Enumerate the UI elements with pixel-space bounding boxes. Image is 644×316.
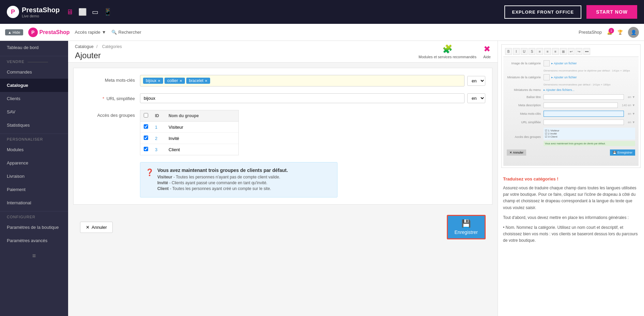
section-label: PERSONNALISER — [7, 137, 43, 141]
preview-meta-desc-field — [544, 102, 618, 108]
save-button[interactable]: 💾 Enregistrer — [447, 215, 486, 239]
preview-lang-badge3: en ▼ — [628, 112, 635, 115]
sidebar-item-label: Statistiques — [7, 123, 30, 128]
sidebar-item-livraison[interactable]: Livraison — [0, 170, 68, 183]
toolbar-btn[interactable]: ••• — [583, 48, 590, 55]
preview-save-btn[interactable]: 💾 Enregistrer — [610, 149, 635, 156]
groups-label: Accès des groupes — [80, 110, 135, 118]
sidebar-item-label: Clients — [7, 96, 20, 101]
tags-input[interactable]: bijoux ✕ collier ✕ bracelet ✕ — [140, 75, 465, 86]
cancel-button[interactable]: ✕ Annuler — [80, 222, 113, 233]
tag-text: bijoux — [146, 78, 156, 83]
table-row: 2 Invité — [140, 133, 238, 144]
preview-cancel-btn[interactable]: ✕ Annuler — [507, 149, 526, 156]
table-row: 3 Client — [140, 144, 238, 155]
row-id: 1 — [152, 122, 165, 133]
sidebar-menu-icon[interactable]: ≡ — [0, 247, 68, 265]
sidebar-item-statistiques[interactable]: Statistiques — [0, 118, 68, 132]
toolbar-btn[interactable]: S — [529, 48, 535, 55]
row-checkbox[interactable] — [144, 124, 148, 129]
info-content: Vous avez maintenant trois groupes de cl… — [157, 168, 288, 192]
banner-right: EXPLORE FRONT OFFICE START NOW — [504, 5, 637, 19]
info-detail-visiteur: Visiteur - Toutes les personnes n'ayant … — [157, 175, 288, 179]
preview-add-files-link[interactable]: ▸ Ajouter des fichiers... — [544, 88, 575, 92]
preview-row-meta-desc: Meta description 140 en ▼ — [507, 102, 635, 108]
tag-close-icon[interactable]: ✕ — [179, 79, 182, 83]
group-name-header: Nom du groupe — [165, 110, 238, 122]
toolbar-btn[interactable]: ↪ — [576, 48, 582, 55]
quick-access-dropdown-icon: ▼ — [102, 30, 106, 35]
preview-row-url: URL simplifiée en ▼ — [507, 120, 635, 125]
toolbar-btn[interactable]: U — [521, 48, 528, 55]
url-input[interactable] — [140, 93, 465, 103]
preview-group-1: ☑ 1 Visiteur — [545, 129, 634, 132]
row-checkbox[interactable] — [144, 136, 148, 140]
sidebar-item-label: Commandes — [7, 69, 32, 75]
preview-groups-area: ☑ 1 Visiteur ☑ 2 Invité ☑ 3 Client Vous … — [544, 128, 635, 146]
sidebar-item-tableau[interactable]: Tableau de bord — [0, 41, 68, 54]
sidebar-item-paiement[interactable]: Paiement — [0, 183, 68, 196]
modules-recommended-action[interactable]: 🧩 Modules et services recommandés — [419, 44, 476, 59]
explore-button[interactable]: EXPLORE FRONT OFFICE — [504, 5, 581, 19]
start-now-button[interactable]: START NOW — [586, 5, 637, 19]
toolbar-btn[interactable]: ⊞ — [560, 48, 567, 55]
hide-sidebar-button[interactable]: ▲ Hide — [5, 29, 23, 35]
preview-thumb-hint: Dimensions recommandées par défaut : 141… — [544, 83, 635, 86]
sidebar-item-modules[interactable]: Modules — [0, 143, 68, 156]
tag-close-icon[interactable]: ✕ — [205, 79, 207, 83]
search-box[interactable]: 🔍 Rechercher — [111, 30, 141, 35]
sidebar-item-apparence[interactable]: Apparence — [0, 156, 68, 170]
toolbar-btn[interactable]: ≡ — [552, 48, 559, 55]
check-all-checkbox[interactable] — [144, 113, 148, 117]
notification-bell[interactable]: 🔔 1 — [607, 30, 612, 35]
preview-toolbar: B I U S ≡ ≡ ≡ ⊞ ↩ ↪ ••• — [503, 46, 639, 57]
tag-bracelet: bracelet ✕ — [186, 78, 210, 84]
sidebar-section-vendre: VENDRE — [0, 56, 68, 65]
info-box-container: ❓ Vous avez maintenant trois groupes de … — [80, 162, 485, 198]
breadcrumb: Catalogue / Catégories — [75, 44, 124, 49]
groups-control: ID Nom du groupe 1 Visi — [140, 110, 485, 155]
sidebar-section-configurer: CONFIGURER — [0, 211, 68, 221]
desktop-icon[interactable]: 🖥 — [66, 8, 73, 16]
toolbar-btn[interactable]: I — [513, 48, 520, 55]
tag-close-icon[interactable]: ✕ — [158, 79, 160, 83]
section-line — [28, 62, 48, 62]
sidebar-item-parametres-avances[interactable]: Paramètres avancés — [0, 234, 68, 247]
logo-text: PrestaShop — [22, 6, 60, 14]
user-avatar[interactable]: 👤 — [628, 27, 639, 38]
logo-sub: Live demo — [22, 14, 60, 18]
mobile-icon[interactable]: 📱 — [104, 8, 112, 16]
tip-text-2: Tout d'abord, vous devez mettre en place… — [503, 215, 639, 221]
trophy-icon[interactable]: 🏆 — [617, 30, 623, 35]
meta-keywords-lang-select[interactable]: en fr — [467, 76, 485, 86]
sidebar-item-clients[interactable]: Clients — [0, 92, 68, 105]
save-disk-icon: 💾 — [461, 219, 471, 228]
breadcrumb-root[interactable]: Catalogue — [75, 44, 94, 49]
preview-img-hint: Dimensions recommandées pour le diplôme … — [544, 69, 635, 72]
row-checkbox[interactable] — [144, 147, 148, 151]
preview-add-thumb-link[interactable]: ▸ Ajouter un fichier — [551, 76, 577, 79]
tablet-icon[interactable]: ▭ — [92, 8, 98, 16]
toolbar-btn[interactable]: ≡ — [544, 48, 551, 55]
form-preview: B I U S ≡ ≡ ≡ ⊞ ↩ ↪ ••• Image de la caté… — [501, 44, 641, 168]
sidebar-item-international[interactable]: International — [0, 196, 68, 209]
sidebar-item-commandes[interactable]: Commandes — [0, 65, 68, 79]
preview-row-img: Image de la catégorie ▸ Ajouter un fichi… — [507, 60, 635, 66]
url-lang-select[interactable]: en fr — [467, 93, 485, 103]
help-action[interactable]: ✖ Aide — [483, 44, 491, 59]
toolbar-btn[interactable]: ↩ — [568, 48, 575, 55]
preview-add-img-link[interactable]: ▸ Ajouter un fichier — [551, 62, 577, 65]
sidebar-item-sav[interactable]: SAV — [0, 105, 68, 118]
preview-lang-badge4: en ▼ — [628, 121, 635, 124]
breadcrumb-separator: / — [96, 44, 99, 49]
monitor-icon[interactable]: ⬜ — [78, 8, 87, 16]
preview-thumb-label: Miniature de la catégorie — [507, 76, 541, 79]
sidebar-item-catalogue[interactable]: Catalogue — [0, 79, 68, 92]
toolbar-btn[interactable]: B — [505, 48, 512, 55]
preview-lang-badge2: 140 en ▼ — [622, 104, 635, 107]
quick-access-nav[interactable]: Accès rapide ▼ — [75, 30, 106, 35]
sidebar-item-parametres-boutique[interactable]: Paramètres de la boutique — [0, 221, 68, 234]
table-row: 1 Visiteur — [140, 122, 238, 133]
toolbar-btn[interactable]: ≡ — [536, 48, 543, 55]
preview-row-meta-kw: Meta mots-clés en ▼ — [507, 111, 635, 117]
